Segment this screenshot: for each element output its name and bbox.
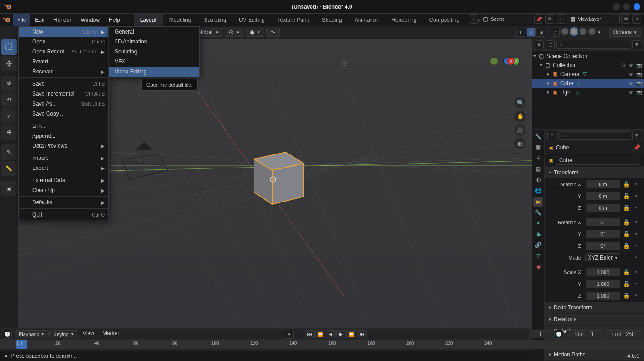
jump-end[interactable]: ⏭	[357, 330, 367, 338]
object-name-field[interactable]: Cube	[556, 156, 640, 165]
render-tab[interactable]: ▣	[533, 142, 543, 152]
world-tab[interactable]: 🌐	[533, 186, 543, 196]
data-tab[interactable]: ▽	[533, 251, 543, 261]
lock-icon[interactable]: 🔓	[622, 268, 630, 276]
eye-icon[interactable]: 👁	[628, 62, 634, 69]
tab-uv-editing[interactable]: UV Editing	[233, 14, 271, 26]
default-cube[interactable]	[240, 139, 313, 216]
lock-icon[interactable]: 🔓	[622, 280, 630, 288]
camera-view-button[interactable]: 🎥	[514, 124, 526, 136]
camera-icon[interactable]: 📷	[635, 71, 642, 78]
tab-rendering[interactable]: Rendering	[385, 14, 423, 26]
tab-layout[interactable]: Layout	[134, 14, 163, 26]
camera-icon[interactable]: 📷	[635, 89, 642, 96]
outliner-type[interactable]: ≡	[535, 40, 544, 49]
wireframe-shading[interactable]	[561, 28, 569, 35]
scene-pin-button[interactable]: 📌	[534, 14, 543, 24]
add-cube-tool[interactable]: ▣	[1, 181, 17, 196]
relations-header[interactable]: Relations	[545, 313, 644, 325]
particle-tab[interactable]: ✦	[533, 218, 543, 228]
scale-z[interactable]: 1.000	[585, 291, 620, 300]
delta-transform-header[interactable]: Delta Transform	[545, 302, 644, 313]
scene-tab[interactable]: ◐	[533, 175, 543, 185]
outliner-mode[interactable]: ▢	[546, 40, 555, 49]
pan-button[interactable]: ✋	[514, 111, 526, 122]
menuitem-data-previews[interactable]: Data Previews▶	[19, 141, 108, 151]
blender-menu[interactable]	[0, 14, 13, 26]
properties-search[interactable]: ⌕	[558, 131, 630, 140]
key-prev[interactable]: ⏪	[315, 330, 325, 338]
scale-tool[interactable]: ⤢	[1, 108, 17, 124]
scale-y[interactable]: 1.000	[585, 279, 620, 289]
menuitem-quit[interactable]: QuitCtrl Q	[19, 210, 108, 220]
rendered-shading[interactable]	[588, 28, 596, 35]
close-button[interactable]	[634, 3, 640, 10]
rotation-z[interactable]: 0°	[585, 241, 620, 250]
lock-icon[interactable]: 🔓	[622, 218, 630, 226]
timeline-playback[interactable]: Playback ▼	[15, 330, 49, 338]
material-tab[interactable]: ◉	[533, 262, 543, 272]
tab-compositing[interactable]: Compositing	[423, 14, 466, 26]
persp-ortho-button[interactable]: ▦	[514, 138, 526, 149]
maximize-button[interactable]	[623, 3, 630, 10]
outliner-cube[interactable]: ▣ Cube ▽ 👁📷	[532, 79, 644, 88]
autokey-button[interactable]: ●	[285, 330, 294, 339]
timeline-type[interactable]: 🕐	[3, 330, 12, 339]
material-shading[interactable]	[579, 28, 587, 35]
transform-panel-header[interactable]: Transform	[545, 167, 644, 178]
pin-icon[interactable]: 📌	[634, 144, 640, 151]
viewlayer-delete-button[interactable]: ×	[632, 14, 641, 24]
timeline-ruler[interactable]: 1 120406080100120140160180200220240	[0, 340, 644, 349]
menuitem-open[interactable]: Open...Ctrl O	[19, 37, 108, 47]
gizmo-toggle[interactable]: ↗	[527, 28, 536, 37]
menu-render[interactable]: Render	[49, 14, 76, 26]
measure-tool[interactable]: 📏	[1, 161, 17, 176]
timeline-marker[interactable]: Marker	[99, 330, 123, 338]
scene-collection-row[interactable]: ▢ Scene Collection	[532, 52, 644, 61]
outliner-camera[interactable]: ▣ Camera ▽ 👁📷	[532, 70, 644, 79]
lock-icon[interactable]: 🔓	[622, 192, 630, 200]
eye-icon[interactable]: 👁	[628, 89, 634, 96]
axis-gizmo[interactable]: Z Y X	[488, 57, 520, 89]
outliner-light[interactable]: ▣ Light ▽ 👁📷	[532, 88, 644, 97]
menu-window[interactable]: Window	[76, 14, 104, 26]
light-object[interactable]	[338, 57, 351, 71]
scene-new-button[interactable]: ⧉	[545, 14, 554, 24]
timeline-keying[interactable]: Keying ▼	[49, 330, 78, 338]
properties-options[interactable]: ▼	[632, 131, 641, 140]
scale-x[interactable]: 1.000	[585, 268, 620, 277]
menuitem-new[interactable]: NewCtrl N▶	[19, 27, 108, 37]
tab-shading[interactable]: Shading	[316, 14, 348, 26]
scene-delete-button[interactable]: ×	[556, 14, 565, 24]
camera-icon[interactable]: 📷	[635, 80, 642, 87]
collection-row[interactable]: ▢ Collection ☑👁📷	[532, 61, 644, 70]
x-axis[interactable]: X	[507, 57, 515, 65]
annotate-tool[interactable]: ✎	[1, 144, 17, 160]
play[interactable]: ▶	[336, 330, 346, 338]
lock-icon[interactable]: 🔓	[622, 242, 630, 250]
lock-icon[interactable]: 🔓	[622, 292, 630, 300]
end-frame[interactable]: End250	[605, 330, 641, 338]
menuitem-recover[interactable]: Recover▶	[19, 67, 108, 77]
menuitem-export[interactable]: Export▶	[19, 163, 108, 173]
clock-icon[interactable]: 🕓	[554, 330, 563, 339]
menu-edit[interactable]: Edit	[30, 14, 49, 26]
submenu-vfx[interactable]: VFX	[109, 57, 199, 67]
physics-tab[interactable]: ◉	[533, 229, 543, 239]
play-reverse[interactable]: ◀	[326, 330, 336, 338]
scene-field[interactable]: ▢	[480, 14, 532, 24]
options-dropdown[interactable]: Options▼	[609, 28, 641, 37]
menuitem-save[interactable]: SaveCtrl S	[19, 79, 108, 89]
zoom-button[interactable]: 🔍	[514, 97, 526, 109]
xray-toggle[interactable]: ▢	[551, 28, 560, 37]
menuitem-link[interactable]: Link...	[19, 121, 108, 131]
menuitem-open-recent[interactable]: Open RecentShift Ctrl O▶	[19, 47, 108, 57]
output-tab[interactable]: 🖨	[533, 153, 543, 163]
rotate-tool[interactable]: ⟲	[1, 92, 17, 107]
cursor-tool[interactable]	[1, 56, 17, 71]
transform-tool[interactable]: ⊕	[1, 125, 17, 140]
submenu-video-editing[interactable]: Video Editing	[109, 67, 199, 77]
select-box-tool[interactable]	[1, 39, 17, 55]
lock-icon[interactable]: 🔓	[622, 230, 630, 238]
modifier-tab[interactable]: 🔧	[533, 207, 543, 217]
